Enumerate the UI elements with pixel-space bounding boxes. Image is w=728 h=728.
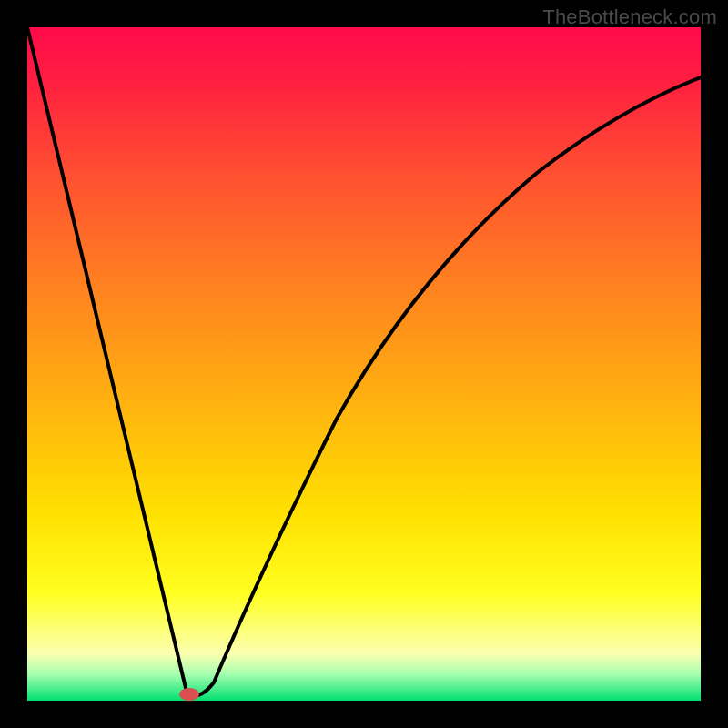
watermark-text: TheBottleneck.com — [542, 5, 717, 29]
optimal-point-marker — [179, 688, 199, 701]
bottleneck-curve — [27, 27, 701, 701]
chart-frame — [27, 27, 701, 701]
bottleneck-curve-path — [27, 27, 701, 695]
